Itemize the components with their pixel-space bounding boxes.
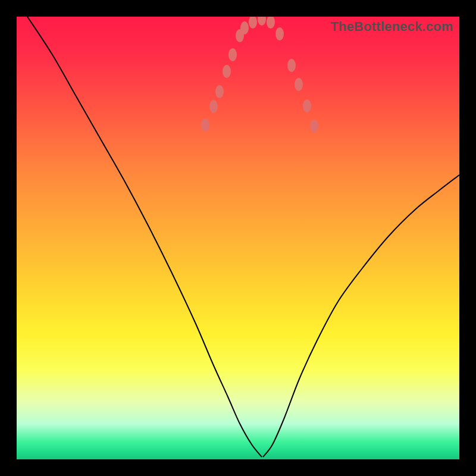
curve-marker: [228, 48, 237, 61]
bottleneck-curve-left: [27, 17, 262, 457]
chart-svg: [17, 17, 459, 459]
curve-marker: [287, 59, 296, 72]
chart-plot-area: TheBottleneck.com: [17, 17, 459, 459]
curve-marker: [249, 17, 257, 29]
curve-marker: [201, 118, 209, 131]
curve-marker: [267, 17, 275, 29]
curve-marker: [295, 78, 303, 91]
bottleneck-curve-right: [263, 175, 459, 457]
curve-marker: [209, 100, 218, 113]
curve-marker: [240, 21, 249, 35]
curve-marker: [215, 85, 224, 98]
curve-marker: [310, 120, 318, 133]
curve-marker: [303, 99, 311, 112]
curve-marker: [258, 17, 266, 26]
curve-marker: [223, 65, 231, 78]
curve-marker: [275, 27, 284, 40]
